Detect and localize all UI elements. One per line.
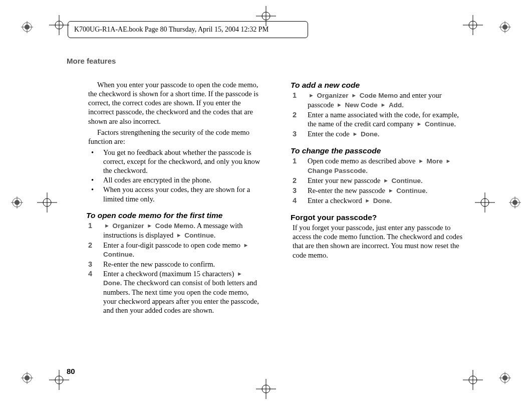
arrow-icon: ►: [387, 187, 395, 193]
security-bullets: You get no feedback about whether the pa…: [88, 148, 261, 204]
change-passcode-heading: To change the passcode: [291, 146, 465, 155]
step-text: Enter a checkword (maximum 15 characters…: [103, 270, 236, 278]
menu-path: Organizer: [317, 92, 349, 99]
arrow-icon: ►: [364, 197, 371, 204]
change-passcode-steps: 1 Open code memo as described above ► Mo…: [293, 156, 465, 205]
arrow-icon: ►: [350, 92, 358, 98]
step-number: 1: [293, 91, 297, 100]
arrow-icon: ►: [146, 223, 153, 229]
list-item: You get no feedback about whether the pa…: [88, 148, 261, 175]
step-text: Open code memo as described above: [308, 157, 417, 165]
menu-path: Add: [389, 101, 402, 109]
step-text: .: [378, 130, 380, 138]
arrow-icon: ►: [103, 223, 111, 229]
arrow-icon: ►: [351, 131, 359, 137]
list-item: When you access your codes, they are sho…: [88, 185, 261, 203]
arrow-icon: ►: [444, 158, 452, 164]
menu-path: Continue: [392, 177, 421, 184]
crop-mark-icon: [499, 21, 511, 33]
intro-para-1: When you enter your passcode to open the…: [88, 80, 261, 126]
menu-path: Code Memo: [155, 222, 194, 230]
registration-mark-icon: [475, 192, 495, 213]
menu-path: Change Passcode: [308, 167, 366, 174]
step-number: 2: [88, 241, 92, 250]
open-code-memo-heading: To open code memo for the first time: [86, 211, 261, 220]
step-number: 2: [293, 176, 297, 185]
add-code-steps: 1 ► Organizer ► Code Memo and enter your…: [293, 91, 465, 139]
forgot-passcode-heading: Forgot your passcode?: [291, 213, 465, 222]
arrow-icon: ►: [242, 242, 250, 248]
registration-mark-icon: [49, 370, 69, 390]
step-text: Re-enter the new passcode: [308, 186, 387, 194]
registration-mark-icon: [49, 15, 69, 35]
arrow-icon: ►: [415, 121, 423, 127]
menu-path: Organizer: [113, 222, 144, 230]
crop-mark-icon: [21, 21, 33, 33]
right-column: To add a new code 1 ► Organizer ► Code M…: [293, 80, 465, 262]
step-number: 4: [293, 196, 297, 205]
step-number: 1: [88, 221, 92, 230]
crop-mark-icon: [509, 196, 521, 209]
open-code-memo-steps: 1 ► Organizer ► Code Memo. A message wit…: [88, 221, 261, 315]
list-item: All codes are encrypted in the phone.: [88, 175, 261, 184]
menu-path: More: [427, 157, 443, 165]
menu-path: Done: [103, 279, 120, 287]
arrow-icon: ►: [236, 271, 243, 277]
step-text: .: [402, 101, 404, 109]
step-text: . The checkword can consist of both lett…: [103, 279, 259, 314]
step-text: .: [133, 250, 135, 258]
intro-para-2: Factors strengthening the security of th…: [88, 128, 261, 146]
menu-path: Continue: [184, 232, 214, 239]
step-text: Enter a checkword: [308, 196, 364, 205]
menu-path: Done: [361, 130, 378, 138]
forgot-passcode-text: If you forget your passcode, just enter …: [293, 223, 465, 260]
menu-path: Done: [373, 197, 390, 205]
menu-path: Continue: [425, 120, 454, 128]
page-header-text: K700UG-R1A-AE.book Page 80 Thursday, Apr…: [74, 26, 269, 33]
crop-mark-icon: [499, 372, 511, 384]
step-text: .: [214, 231, 216, 239]
step-text: .: [426, 186, 428, 194]
list-item: 1 Open code memo as described above ► Mo…: [293, 156, 465, 175]
registration-mark-icon: [463, 370, 483, 390]
step-text: .: [390, 196, 392, 205]
step-number: 3: [88, 260, 92, 269]
list-item: 2 Enter a name associated with the code,…: [293, 110, 465, 129]
list-item: 1 ► Organizer ► Code Memo. A message wit…: [88, 221, 261, 240]
list-item: 2 Enter a four-digit passcode to open co…: [88, 241, 261, 259]
menu-path: Code Memo: [360, 92, 398, 99]
list-item: 4 Enter a checkword ► Done.: [293, 196, 465, 206]
list-item: 2 Enter your new passcode ► Continue.: [293, 176, 465, 185]
list-item: 4 Enter a checkword (maximum 15 characte…: [88, 269, 261, 315]
list-item: 1 ► Organizer ► Code Memo and enter your…: [293, 91, 465, 110]
registration-mark-icon: [37, 192, 57, 213]
section-title: More features: [67, 57, 116, 65]
crop-mark-icon: [21, 372, 33, 384]
arrow-icon: ►: [336, 102, 343, 108]
menu-path: New Code: [345, 101, 377, 109]
step-text: Re-enter the new passcode to confirm.: [103, 260, 215, 268]
step-text: .: [454, 120, 456, 128]
arrow-icon: ►: [417, 158, 425, 164]
arrow-icon: ►: [382, 177, 390, 183]
step-text: Enter a four-digit passcode to open code…: [103, 241, 242, 249]
arrow-icon: ►: [175, 232, 183, 238]
registration-mark-icon: [256, 379, 276, 399]
step-number: 3: [293, 186, 297, 195]
step-number: 1: [293, 156, 297, 165]
step-text: Enter your new passcode: [308, 176, 382, 184]
step-number: 3: [293, 129, 297, 138]
add-code-heading: To add a new code: [291, 80, 465, 90]
registration-mark-icon: [256, 6, 276, 26]
step-number: 4: [88, 269, 92, 278]
list-item: 3 Re-enter the new passcode ► Continue.: [293, 186, 465, 195]
menu-path: Continue: [396, 187, 426, 194]
step-text: .: [366, 166, 368, 174]
registration-mark-icon: [463, 15, 483, 35]
list-item: 3 Re-enter the new passcode to confirm.: [88, 260, 261, 269]
step-text: Enter the code: [308, 130, 351, 138]
crop-mark-icon: [11, 196, 23, 209]
list-item: 3 Enter the code ► Done.: [293, 129, 465, 139]
arrow-icon: ►: [308, 92, 315, 98]
left-column: When you enter your passcode to open the…: [88, 80, 261, 315]
